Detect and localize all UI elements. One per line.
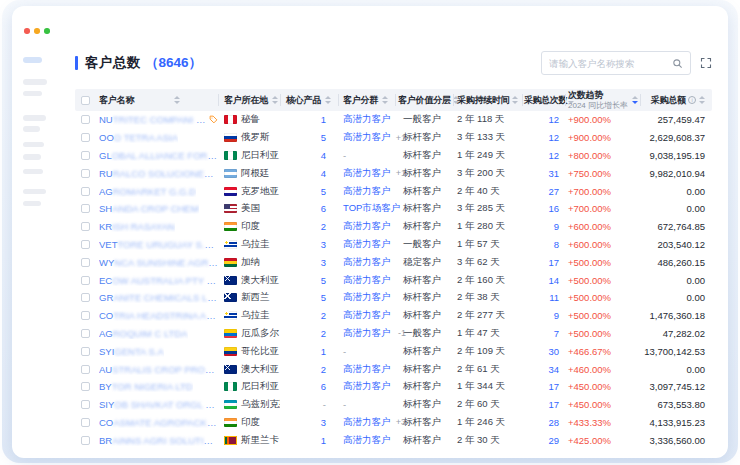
customer-name-link[interactable]: RURALCO SOLUCIONES S.A xyxy=(99,168,218,179)
core-products-count[interactable]: 1 xyxy=(321,114,326,125)
col-header-purchase-count[interactable]: 采购总次数 xyxy=(522,89,565,111)
sidebar-item[interactable] xyxy=(23,169,43,175)
purchase-count-link[interactable]: 17 xyxy=(548,257,559,268)
table-row[interactable]: NUTRITEC COMPANI S.A.C 秘鲁 1 高潜力客户 一般客户 2… xyxy=(75,111,712,129)
sort-icon[interactable] xyxy=(512,96,518,104)
core-products-count[interactable]: 5 xyxy=(321,292,326,303)
segment-link[interactable]: 高潜力客户 xyxy=(343,113,391,126)
table-row[interactable]: SIYOB SHAVKAT ORGL FERMER X... 乌兹别克斯坦 - … xyxy=(75,396,712,414)
row-checkbox[interactable] xyxy=(81,436,90,445)
segment-link[interactable]: 高潜力客户 xyxy=(343,256,391,269)
segment-link[interactable]: 高潜力客户 xyxy=(343,416,391,429)
core-products-count[interactable]: 1 xyxy=(321,346,326,357)
core-products-count[interactable]: 2 xyxy=(321,310,326,321)
customer-name-link[interactable]: SYIGENTA S.A xyxy=(99,346,164,357)
segment-link[interactable]: - xyxy=(343,399,346,410)
purchase-count-link[interactable]: 16 xyxy=(548,203,559,214)
purchase-count-link[interactable]: 12 xyxy=(548,114,559,125)
col-header-location[interactable]: 客户所在地 xyxy=(218,89,280,111)
segment-link[interactable]: 高潜力客户 xyxy=(343,131,391,144)
core-products-count[interactable]: 5 xyxy=(321,275,326,286)
customer-name-link[interactable]: GLOBAL ALLIANCE FOR CHEMICA... xyxy=(99,150,218,161)
table-row[interactable]: WYNCA SUNSHINE AGRIC PRO (U... 加纳 3 高潜力客… xyxy=(75,253,712,271)
col-header-customer-name[interactable]: 客户名称 xyxy=(97,89,218,111)
core-products-count[interactable]: 6 xyxy=(321,381,326,392)
sort-icon[interactable] xyxy=(272,96,278,104)
sort-icon[interactable] xyxy=(325,96,331,104)
customer-name-link[interactable]: NUTRITEC COMPANI S.A.C xyxy=(99,114,206,125)
expand-icon[interactable] xyxy=(700,57,712,69)
row-checkbox[interactable] xyxy=(81,293,90,302)
segment-link[interactable]: TOP市场客户 xyxy=(343,202,400,215)
table-row[interactable]: KRISH RASAYAN 印度 2 高潜力客户 标杆客户 1 年 280 天 … xyxy=(75,218,712,236)
close-window-icon[interactable] xyxy=(24,28,30,34)
segment-link[interactable]: 高潜力客户 xyxy=(343,434,391,447)
customer-name-link[interactable]: ECOW AUSTRALIA PTY LIMITED) xyxy=(99,275,218,286)
sidebar-item[interactable] xyxy=(23,91,42,97)
col-header-core-products[interactable]: 核心产品 xyxy=(280,89,338,111)
customer-name-link[interactable]: KRISH RASAYAN xyxy=(99,221,175,232)
minimize-window-icon[interactable] xyxy=(34,28,40,34)
segment-link[interactable]: 高潜力客户 xyxy=(343,291,391,304)
purchase-count-link[interactable]: 17 xyxy=(548,399,559,410)
customer-name-link[interactable]: SHANDA CROP CHEM xyxy=(99,203,199,214)
purchase-count-link[interactable]: 12 xyxy=(548,150,559,161)
core-products-count[interactable]: 2 xyxy=(321,328,326,339)
purchase-count-link[interactable]: 27 xyxy=(548,186,559,197)
table-row[interactable]: GLOBAL ALLIANCE FOR CHEMICA... 尼日利亚 4 - … xyxy=(75,147,712,165)
core-products-count[interactable]: 3 xyxy=(321,257,326,268)
purchase-count-link[interactable]: 8 xyxy=(554,239,559,250)
row-checkbox[interactable] xyxy=(81,115,90,124)
sidebar-item[interactable] xyxy=(23,154,41,160)
row-checkbox[interactable] xyxy=(81,258,90,267)
core-products-count[interactable]: 3 xyxy=(321,417,326,428)
sidebar-item-active[interactable] xyxy=(23,57,42,63)
row-checkbox[interactable] xyxy=(81,347,90,356)
segment-link[interactable]: 高潜力客户 xyxy=(343,327,391,340)
row-checkbox[interactable] xyxy=(81,169,90,178)
table-row[interactable]: OOO TETRA ASIA 俄罗斯 5 高潜力客户 +1 标杆客户 3 年 1… xyxy=(75,129,712,147)
table-row[interactable]: VETTORE URUGUAY S.R.L 乌拉圭 3 高潜力客户 一般客户 1… xyxy=(75,236,712,254)
core-products-count[interactable]: 5 xyxy=(321,186,326,197)
row-checkbox[interactable] xyxy=(81,133,90,142)
sidebar-item[interactable] xyxy=(23,189,46,195)
customer-name-link[interactable]: COTRIA HEADSTRINA ALIANG R... xyxy=(99,310,218,321)
core-products-count[interactable]: - xyxy=(323,399,326,410)
core-products-count[interactable]: 6 xyxy=(321,203,326,214)
segment-link[interactable]: 高潜力客户 xyxy=(343,309,391,322)
purchase-count-link[interactable]: 11 xyxy=(549,292,559,303)
segment-link[interactable]: 高潜力客户 xyxy=(343,380,391,393)
col-header-trend[interactable]: 次数趋势 2024 同比增长率 xyxy=(565,89,640,111)
core-products-count[interactable]: 2 xyxy=(321,221,326,232)
core-products-count[interactable]: 4 xyxy=(321,168,326,179)
purchase-count-link[interactable]: 29 xyxy=(548,435,559,446)
purchase-count-link[interactable]: 28 xyxy=(548,417,559,428)
purchase-count-link[interactable]: 7 xyxy=(554,328,559,339)
segment-link[interactable]: 高潜力客户 xyxy=(343,274,391,287)
row-checkbox[interactable] xyxy=(81,365,90,374)
row-checkbox[interactable] xyxy=(81,400,90,409)
sidebar-item[interactable] xyxy=(23,142,44,148)
row-checkbox[interactable] xyxy=(81,276,90,285)
row-checkbox[interactable] xyxy=(81,222,90,231)
customer-name-link[interactable]: AGROQUIM C LTDA xyxy=(99,328,188,339)
search-box[interactable] xyxy=(541,51,691,75)
row-checkbox[interactable] xyxy=(81,382,90,391)
segment-link[interactable]: 高潜力客户 xyxy=(343,220,391,233)
select-all-checkbox[interactable] xyxy=(81,96,90,105)
row-checkbox[interactable] xyxy=(81,151,90,160)
table-row[interactable]: AGROQUIM C LTDA 厄瓜多尔 2 高潜力客户 -1 一般客户 1 年… xyxy=(75,325,712,343)
table-row[interactable]: GRANITE CHEMICALS LIMITED 新西兰 5 高潜力客户 标杆… xyxy=(75,289,712,307)
table-row[interactable]: SYIGENTA S.A 哥伦比亚 1 - 标杆客户 2 年 109 天 30 … xyxy=(75,342,712,360)
row-checkbox[interactable] xyxy=(81,240,90,249)
segment-link[interactable]: 高潜力客户 xyxy=(343,363,391,376)
purchase-count-link[interactable]: 17 xyxy=(548,381,559,392)
row-checkbox[interactable] xyxy=(81,418,90,427)
table-row[interactable]: AGROMARKET G.G.D 克罗地亚 5 高潜力客户 标杆客户 2 年 4… xyxy=(75,182,712,200)
segment-link[interactable]: - xyxy=(343,346,346,357)
core-products-count[interactable]: 5 xyxy=(321,132,326,143)
sidebar-item[interactable] xyxy=(23,126,40,132)
core-products-count[interactable]: 4 xyxy=(321,150,326,161)
purchase-count-link[interactable]: 9 xyxy=(554,310,559,321)
sidebar-item[interactable] xyxy=(23,115,46,121)
